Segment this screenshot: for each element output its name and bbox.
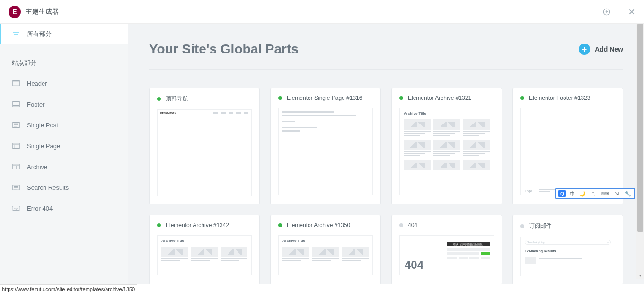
svg-rect-1 [13,81,19,86]
filter-icon [12,30,20,38]
card-title: 订阅邮件 [529,222,552,230]
archive-icon [12,162,20,171]
status-dot-icon [399,223,403,227]
ime-mode-label[interactable]: 中 [570,190,575,197]
footer-icon [12,100,20,108]
scrollbar[interactable]: ▾ [636,24,644,279]
separator [619,8,619,16]
sidebar-item-label: Single Post [27,122,58,129]
sidebar-section-label: 站点部分 [0,44,128,73]
sidebar: 所有部分 站点部分 Header Footer Single Post Sing… [0,24,128,284]
template-card[interactable]: Elementor Footer #1323 Logo [512,88,623,204]
header-right [603,8,635,16]
app-header: E 主题生成器 [0,0,644,24]
sidebar-item-archive[interactable]: Archive [0,156,128,177]
ime-toolbar[interactable]: Q 中 🌙 °, ⌨ ⇲ 🔧 [555,188,635,199]
sidebar-item-footer[interactable]: Footer [0,94,128,115]
ime-logo-icon: Q [558,190,566,197]
sidebar-item-all-parts[interactable]: 所有部分 [0,24,128,44]
preview-navbar: DESIGNFORM [157,109,252,196]
add-new-label: Add New [595,45,623,53]
page-title: Your Site's Global Parts [149,42,299,57]
preview-footer: Logo [520,108,615,195]
preview-archive: Archive Title [278,235,373,275]
template-card[interactable]: 订阅邮件 Search Anything⌕ 12 Maching Results [512,215,623,284]
status-dot-icon [399,96,403,100]
sidebar-item-label: Error 404 [27,205,53,212]
main-content: Your Site's Global Parts + Add New 顶部导航 … [128,24,644,284]
card-title: Elementor Archive #1321 [408,95,471,101]
cards-grid: 顶部导航 DESIGNFORM Elementor Single Page #1… [149,88,623,284]
svg-rect-2 [13,102,19,107]
sidebar-item-single-post[interactable]: Single Post [0,115,128,135]
card-title: 顶部导航 [166,95,188,103]
single-post-icon [12,121,20,129]
chevron-down-icon[interactable]: ▾ [636,272,644,279]
plus-icon: + [579,44,590,55]
header-icon [12,79,20,88]
template-card[interactable]: Elementor Archive #1321 Archive Title [391,88,502,204]
sidebar-item-label: 所有部分 [27,30,52,38]
status-dot-icon [157,223,161,227]
sidebar-item-label: Footer [27,101,45,108]
sidebar-item-label: Search Results [27,184,69,191]
expand-icon[interactable]: ⇲ [613,190,620,197]
template-card[interactable]: 顶部导航 DESIGNFORM [149,88,260,204]
download-icon[interactable] [603,8,610,16]
elementor-logo-icon: E [9,6,21,18]
preview-text [278,108,373,195]
status-dot-icon [278,96,282,100]
keyboard-icon[interactable]: ⌨ [601,190,609,197]
add-new-button[interactable]: + Add New [579,44,623,55]
error-404-icon: 404 [12,204,20,213]
sidebar-item-single-page[interactable]: Single Page [0,135,128,156]
svg-rect-4 [13,143,19,149]
main-header: Your Site's Global Parts + Add New [149,42,623,70]
browser-status-bar: https://www.feitutu.com/site-editor/temp… [0,284,137,293]
header-left: E 主题生成器 [9,6,59,18]
sidebar-item-label: Single Page [27,142,60,150]
template-card[interactable]: Elementor Single Page #1316 [270,88,381,204]
preview-404: 404 错误：找不到您要找的页面。 [399,235,494,275]
sidebar-item-search-results[interactable]: Search Results [0,177,128,198]
sidebar-item-header[interactable]: Header [0,73,128,94]
card-title: Elementor Archive #1342 [166,222,229,229]
scrollbar-thumb[interactable] [637,24,643,232]
preview-search: Search Anything⌕ 12 Maching Results [520,237,615,276]
body: 所有部分 站点部分 Header Footer Single Post Sing… [0,24,644,284]
preview-archive: Archive Title [157,235,252,275]
template-card[interactable]: Elementor Archive #1342 Archive Title [149,215,260,284]
template-card[interactable]: 404 404 错误：找不到您要找的页面。 [391,215,502,284]
status-dot-icon [157,97,161,101]
search-results-icon [12,183,20,192]
moon-icon[interactable]: 🌙 [579,190,586,197]
card-title: Elementor Single Page #1316 [287,95,362,101]
sidebar-item-label: Archive [27,163,47,170]
card-title: 404 [408,222,417,229]
template-card[interactable]: Elementor Archive #1350 Archive Title [270,215,381,284]
close-icon[interactable] [628,8,635,16]
preview-archive: Archive Title [399,108,494,195]
punctuation-icon[interactable]: °, [590,190,598,197]
svg-text:404: 404 [14,207,18,210]
sidebar-item-error-404[interactable]: 404 Error 404 [0,198,128,219]
status-dot-icon [278,223,282,227]
wrench-icon[interactable]: 🔧 [624,190,632,197]
app-title: 主题生成器 [26,8,59,16]
card-title: Elementor Archive #1350 [287,222,350,229]
single-page-icon [12,142,20,150]
status-dot-icon [520,96,524,100]
status-dot-icon [520,224,524,228]
sidebar-item-label: Header [27,80,47,87]
card-title: Elementor Footer #1323 [529,95,590,101]
status-url: https://www.feitutu.com/site-editor/temp… [2,286,135,292]
